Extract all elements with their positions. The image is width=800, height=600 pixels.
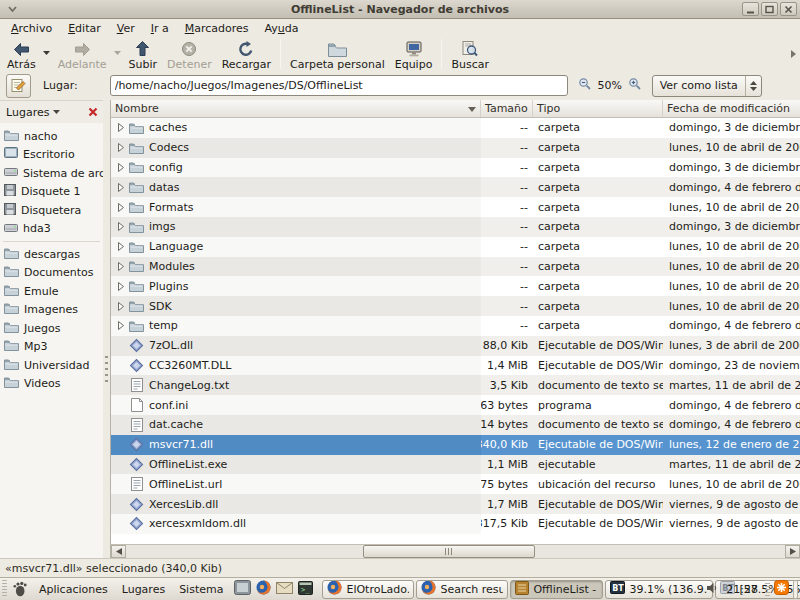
scroll-left-button[interactable] — [111, 545, 126, 558]
menu-ver[interactable]: Ver — [109, 21, 143, 36]
menu-archivo[interactable]: Archivo — [3, 21, 60, 36]
zoom-in-button[interactable] — [628, 77, 642, 94]
buscar-button[interactable]: Buscar — [446, 38, 494, 71]
scrollbar-thumb[interactable] — [363, 545, 534, 558]
expander-icon[interactable] — [114, 302, 128, 311]
panel-edge-handle[interactable] — [793, 580, 798, 599]
menu-ayuda[interactable]: Ayuda — [257, 21, 307, 36]
panel-handle[interactable] — [765, 580, 770, 598]
close-button[interactable] — [780, 2, 797, 16]
column-header-date[interactable]: Fecha de modificación — [663, 100, 800, 117]
subir-button[interactable]: Subir — [124, 38, 163, 71]
column-header-name[interactable]: Nombre — [111, 100, 481, 117]
pane-splitter[interactable] — [103, 100, 110, 558]
sidebar-item-juegos[interactable]: Juegos — [0, 319, 103, 338]
file-row-SDK[interactable]: SDK--carpetalunes, 10 de abril de 2006 a… — [111, 296, 800, 316]
sidebar-item-imagenes[interactable]: Imagenes — [0, 301, 103, 320]
location-input[interactable] — [110, 75, 568, 96]
zoom-out-button[interactable] — [578, 77, 592, 94]
file-row-config[interactable]: config--carpetadomingo, 3 de diciembre d… — [111, 158, 800, 178]
menu-editar[interactable]: Editar — [60, 21, 109, 36]
file-row-CC3260MT.DLL[interactable]: CC3260MT.DLL1,4 MiBEjecutable de DOS/Win… — [111, 356, 800, 376]
window-menu-button[interactable] — [4, 2, 20, 16]
location-edit-toggle-button[interactable] — [6, 74, 31, 98]
column-header-size[interactable]: Tamaño — [481, 100, 533, 117]
scrollbar-track[interactable] — [126, 545, 785, 558]
panel-menu-aplicaciones[interactable]: Aplicaciones — [32, 581, 115, 598]
recargar-button[interactable]: Recargar — [217, 38, 276, 71]
horizontal-scrollbar[interactable] — [111, 544, 800, 558]
sidebar-item-descargas[interactable]: descargas — [0, 245, 103, 264]
expander-icon[interactable] — [114, 183, 128, 192]
file-row-Plugins[interactable]: Plugins--carpetalunes, 10 de abril de 20… — [111, 276, 800, 296]
expander-icon[interactable] — [114, 123, 128, 132]
file-row-datas[interactable]: datas--carpetadomingo, 4 de febrero de 2… — [111, 177, 800, 197]
taskbar-window-searchresult[interactable]: Search result... — [416, 580, 508, 599]
file-row-OfflineList.exe[interactable]: OfflineList.exe1,1 MiBejecutablemartes, … — [111, 455, 800, 475]
carpeta-personal-button[interactable]: Carpeta personal — [285, 38, 390, 71]
file-row-XercesLib.dll[interactable]: XercesLib.dll1,7 MiBEjecutable de DOS/Wi… — [111, 494, 800, 514]
taskbar-window-offlinelistn[interactable]: OfflineList - N... — [510, 580, 603, 599]
clock[interactable]: 21:28 — [723, 583, 761, 596]
taskbar-window-3911369[interactable]: BT39.1% (136.9... — [605, 580, 713, 599]
equipo-button[interactable]: Equipo — [390, 38, 438, 71]
file-row-msvcr71.dll[interactable]: msvcr71.dll340,0 KibEjecutable de DOS/Wi… — [111, 435, 800, 455]
expander-icon[interactable] — [114, 262, 128, 271]
firefox-launcher[interactable] — [254, 580, 273, 599]
sidebar-item-escritorio[interactable]: Escritorio — [0, 146, 103, 165]
sidebar-item-mp3[interactable]: Mp3 — [0, 338, 103, 357]
column-header-type[interactable]: Tipo — [533, 100, 663, 117]
file-row-Formats[interactable]: Formats--carpetalunes, 10 de abril de 20… — [111, 197, 800, 217]
terminal-launcher[interactable]: >_ — [296, 580, 315, 599]
expander-icon[interactable] — [114, 222, 128, 231]
expander-icon[interactable] — [114, 242, 128, 251]
expander-icon[interactable] — [114, 143, 128, 152]
file-row-OfflineList.url[interactable]: OfflineList.url75 bytesubicación del rec… — [111, 474, 800, 494]
sidebar-item-emule[interactable]: Emule — [0, 282, 103, 301]
cell-size: -- — [481, 158, 533, 178]
sidebar-item-disquete-1[interactable]: Disquete 1 — [0, 183, 103, 202]
sidebar-item-videos[interactable]: Videos — [0, 375, 103, 394]
volume-icon[interactable] — [706, 582, 719, 597]
sidebar-item-disquetera[interactable]: Disquetera — [0, 201, 103, 220]
sidebar-item-nacho[interactable]: nacho — [0, 127, 103, 146]
atrás-history-dropdown[interactable] — [41, 38, 53, 68]
file-row-ChangeLog.txt[interactable]: ChangeLog.txt3,5 Kibdocumento de texto s… — [111, 375, 800, 395]
file-row-Language[interactable]: Language--carpetalunes, 10 de abril de 2… — [111, 237, 800, 257]
expander-icon[interactable] — [114, 203, 128, 212]
panel-menu-sistema[interactable]: Sistema — [172, 581, 230, 598]
file-row-xercesxmldom.dll[interactable]: xercesxmldom.dll317,5 KibEjecutable de D… — [111, 514, 800, 534]
view-mode-combo[interactable]: Ver como lista — [652, 75, 762, 97]
panel-handle[interactable] — [2, 580, 7, 598]
file-row-temp[interactable]: temp--carpetadomingo, 4 de febrero de 20… — [111, 316, 800, 336]
mail-launcher[interactable] — [275, 580, 294, 599]
expander-icon[interactable] — [114, 321, 128, 330]
scroll-right-button[interactable] — [785, 545, 800, 558]
expander-icon[interactable] — [114, 282, 128, 291]
gnome-menu-icon[interactable] — [10, 580, 29, 599]
screenshot-launcher[interactable] — [233, 580, 252, 599]
menu-ir-a[interactable]: Ir a — [143, 21, 177, 36]
sidebar-mode-combo[interactable]: Lugares — [2, 104, 85, 121]
file-row-Codecs[interactable]: Codecs--carpetalunes, 10 de abril de 200… — [111, 138, 800, 158]
taskbar-window-elotroladon[interactable]: ElOtroLado.n... — [322, 580, 414, 599]
menu-marcadores[interactable]: Marcadores — [177, 21, 257, 36]
file-row-imgs[interactable]: imgs--carpetadomingo, 3 de diciembre de … — [111, 217, 800, 237]
atrás-button[interactable]: Atrás — [2, 38, 41, 71]
panel-menu-lugares[interactable]: Lugares — [115, 581, 172, 598]
file-row-conf.ini[interactable]: conf.ini563 bytesprogramadomingo, 4 de f… — [111, 395, 800, 415]
toolbar-overflow-icon[interactable] — [791, 48, 798, 61]
minimize-button[interactable] — [742, 2, 759, 16]
file-row-caches[interactable]: caches--carpetadomingo, 3 de diciembre d… — [111, 118, 800, 138]
expander-icon[interactable] — [114, 163, 128, 172]
sidebar-item-universidad[interactable]: Universidad — [0, 356, 103, 375]
sidebar-close-button[interactable] — [85, 104, 101, 120]
sidebar-item-sistema-de-archivos[interactable]: Sistema de archivos — [0, 164, 103, 183]
sidebar-item-documentos[interactable]: Documentos — [0, 264, 103, 283]
file-row-Modules[interactable]: Modules--carpetalunes, 10 de abril de 20… — [111, 257, 800, 277]
maximize-button[interactable] — [761, 2, 778, 16]
sidebar-item-hda3[interactable]: hda3 — [0, 220, 103, 239]
file-row-7zOL.dll[interactable]: 7zOL.dll88,0 KibEjecutable de DOS/Window… — [111, 336, 800, 356]
file-row-dat.cache[interactable]: dat.cache1014 bytesdocumento de texto se… — [111, 415, 800, 435]
update-notifier-icon[interactable] — [774, 580, 789, 598]
